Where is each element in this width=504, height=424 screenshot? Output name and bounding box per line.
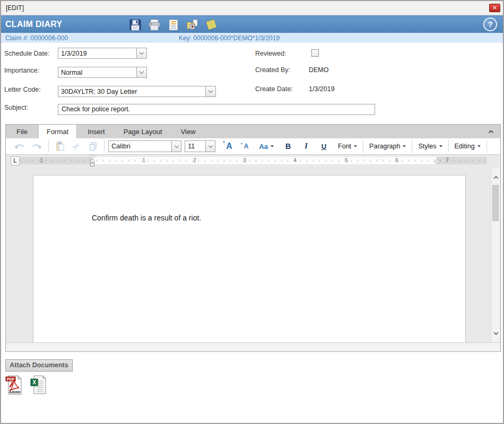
toolbar-separator [104,140,105,153]
font-name-dropdown-button[interactable] [171,141,181,152]
subject-input[interactable]: Check for police report. [58,104,375,115]
tab-format[interactable]: Format [38,125,77,138]
tab-page-layout-label: Page Layout [124,128,162,136]
undo-button[interactable] [10,139,28,153]
claim-diary-window: [EDIT] ✕ CLAIM DIARY [0,0,504,424]
tab-view-label: View [181,128,196,136]
bold-icon: B [285,142,291,151]
toolbar-separator [412,140,412,153]
cut-icon: ✂ [70,139,83,153]
document-page[interactable]: Confirm death is a result of a riot. [33,175,466,343]
italic-icon: I [305,142,307,151]
save-button[interactable] [128,18,142,31]
shrink-font-button[interactable]: A [240,139,253,153]
pdf-attachment[interactable]: PDF Adobe [5,375,22,395]
header-toolbar [128,18,218,31]
grow-font-button[interactable]: A [222,139,236,153]
created-by-value: DEMO [309,66,329,74]
horizontal-ruler[interactable]: 11234567 [20,157,487,164]
tab-page-layout[interactable]: Page Layout [116,125,170,138]
tab-file-label: File [16,128,28,136]
letter-code-label: Letter Code: [4,86,41,93]
print-button[interactable] [147,18,161,31]
excel-file-icon: X [30,375,47,395]
save-open-icon [186,19,199,31]
font-size-dropdown-button[interactable] [205,141,215,152]
change-case-button[interactable]: Aa [255,139,277,153]
font-menu-button[interactable]: Font [334,139,361,153]
chevron-down-icon [140,50,144,55]
ruler-number: 1 [141,157,146,164]
paste-button[interactable] [51,139,69,153]
schedule-date-combobox[interactable]: 1/3/2019 [58,48,147,59]
schedule-date-dropdown-button[interactable] [136,48,146,58]
underline-icon: U [321,143,326,151]
copy-button[interactable] [84,139,102,153]
paragraph-menu-label: Paragraph [369,143,400,150]
letter-editor: File Format Insert Page Layout View [5,124,501,352]
save-and-open-button[interactable] [186,18,199,31]
font-menu-label: Font [338,143,351,150]
styles-menu-label: Styles [418,143,436,150]
toolbar-separator [48,140,49,153]
redo-button[interactable] [28,139,46,153]
caret-down-icon [477,145,481,147]
vertical-scrollbar[interactable] [491,168,500,343]
notes-icon [167,19,180,31]
right-indent-marker[interactable] [435,159,440,163]
redo-icon [32,142,42,151]
scroll-up-button[interactable] [491,172,500,183]
reviewed-checkbox[interactable] [311,49,319,57]
tab-file[interactable]: File [8,125,36,138]
hanging-indent-icon [90,159,95,162]
excel-attachment[interactable]: X [30,375,47,395]
editing-menu-label: Editing [455,143,475,150]
importance-dropdown-button[interactable] [136,67,146,77]
bold-button[interactable]: B [282,139,294,153]
font-name-combobox[interactable]: Calibri [108,140,181,152]
view-notes-button[interactable] [167,18,180,31]
font-size-combobox[interactable]: 11 [185,140,215,152]
tab-format-label: Format [47,128,68,136]
change-case-icon: Aa [259,143,268,151]
chevron-down-icon [175,143,179,147]
diary-note-button[interactable] [205,18,218,31]
toolbar-separator [448,140,449,153]
reviewed-label: Reviewed: [255,50,286,57]
importance-combobox[interactable]: Normal [58,67,147,78]
tab-insert-label: Insert [88,128,105,136]
svg-text:X: X [32,379,36,385]
page-title: CLAIM DIARY [5,20,63,29]
claim-diary-form: Schedule Date: 1/3/2019 Importance: Norm… [1,43,503,123]
paragraph-menu-button[interactable]: Paragraph [366,139,410,153]
document-text: Confirm death is a result of a riot. [92,214,201,222]
shrink-font-icon: A [244,143,249,150]
ruler-number: 4 [292,157,298,164]
editing-menu-button[interactable]: Editing [451,139,484,153]
pdf-file-icon: PDF Adobe [5,375,22,395]
cut-button[interactable]: ✂ [69,139,84,153]
tab-insert[interactable]: Insert [80,125,113,138]
close-icon: ✕ [492,5,497,11]
letter-code-dropdown-button[interactable] [205,86,215,96]
close-button[interactable]: ✕ [489,4,500,12]
scroll-down-button[interactable] [491,328,500,339]
help-button[interactable]: ? [483,17,497,31]
italic-button[interactable]: I [301,139,311,153]
tab-view[interactable]: View [173,125,204,138]
scrollbar-thumb[interactable] [492,185,499,221]
ruler-number: 2 [192,157,197,164]
collapse-ribbon-button[interactable] [485,127,496,136]
letter-code-combobox[interactable]: 30DAYLTR; 30 Day Letter [58,86,216,97]
claim-number: Claim #: 0000006-000 [5,34,68,42]
editor-footer-strip [6,342,500,351]
font-name-value: Calibri [109,143,171,150]
attach-documents-button[interactable]: Attach Documents [5,359,73,372]
ruler-number: 1 [39,157,44,164]
underline-button[interactable]: U [318,139,330,153]
styles-menu-button[interactable]: Styles [414,139,446,153]
chevron-down-icon [208,89,213,93]
font-size-value: 11 [185,143,205,150]
indent-marker[interactable] [90,156,95,167]
tab-stop-selector[interactable]: L [11,156,20,165]
